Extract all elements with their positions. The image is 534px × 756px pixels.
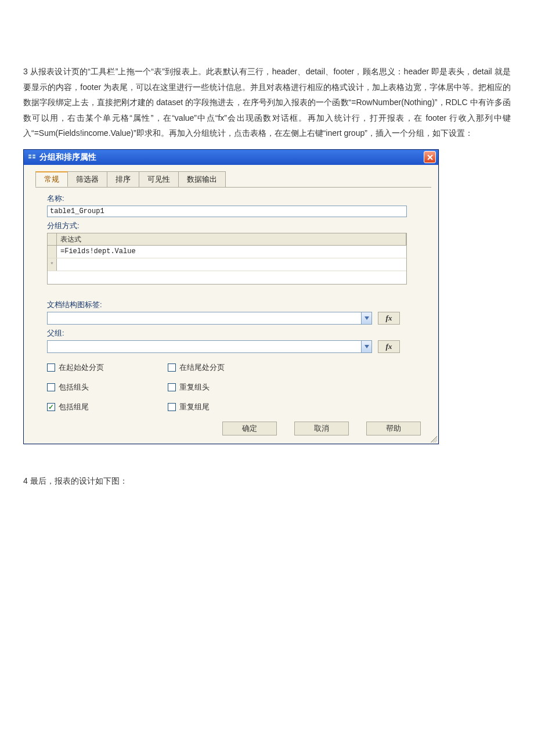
checkbox-icon xyxy=(47,403,55,411)
checkbox-icon xyxy=(168,403,176,411)
expression-cell-empty[interactable] xyxy=(57,258,406,271)
ok-button[interactable]: 确定 xyxy=(222,422,277,435)
dialog-title: 分组和排序属性 xyxy=(39,152,96,163)
dialog-icon xyxy=(27,153,37,162)
tabs: 常规 筛选器 排序 可见性 数据输出 xyxy=(35,171,431,187)
dialog-body: 常规 筛选器 排序 可见性 数据输出 名称: 分组方式: 表达式 =Fields… xyxy=(24,165,438,444)
cancel-button[interactable]: 取消 xyxy=(294,422,349,435)
checkbox-label: 重复组尾 xyxy=(179,402,210,412)
row-handle xyxy=(48,246,57,258)
expression-grid[interactable]: 表达式 =Fields!dept.Value * xyxy=(47,233,407,285)
tab-sorting[interactable]: 排序 xyxy=(107,171,139,187)
checkbox-include-footer[interactable]: 包括组尾 xyxy=(47,402,104,412)
checkbox-include-header[interactable]: 包括组头 xyxy=(47,382,104,393)
tab-data-output[interactable]: 数据输出 xyxy=(178,171,226,187)
close-button[interactable] xyxy=(424,151,436,163)
checkbox-repeat-footer[interactable]: 重复组尾 xyxy=(168,402,225,412)
groupby-label: 分组方式: xyxy=(47,221,420,231)
button-row: 确定 取消 帮助 xyxy=(35,412,431,439)
docmap-combo[interactable] xyxy=(47,312,372,325)
checkbox-icon xyxy=(47,383,55,391)
resize-grip-icon[interactable] xyxy=(429,434,437,442)
paragraph-3: 3 从报表设计页的“工具栏”上拖一个“表”到报表上。此表默认有三行，header… xyxy=(23,23,511,149)
checkbox-label: 在结尾处分页 xyxy=(179,362,225,373)
close-icon xyxy=(427,154,433,160)
svg-rect-3 xyxy=(33,157,35,159)
new-row-marker: * xyxy=(48,258,57,271)
tab-visibility[interactable]: 可见性 xyxy=(139,171,179,187)
row-handle-header xyxy=(48,233,57,245)
svg-rect-2 xyxy=(33,154,35,156)
form-area: 名称: 分组方式: 表达式 =Fields!dept.Value * 文档结构 xyxy=(35,193,431,412)
expression-cell[interactable]: =Fields!dept.Value xyxy=(57,246,406,258)
checkbox-repeat-header[interactable]: 重复组头 xyxy=(168,382,225,393)
checkbox-label: 在起始处分页 xyxy=(59,362,104,373)
paragraph-4: 4 最后，报表的设计如下图： xyxy=(23,473,511,489)
docmap-fx-button[interactable]: fx xyxy=(378,312,400,325)
docmap-label: 文档结构图标签: xyxy=(47,300,420,310)
checkbox-page-break-end[interactable]: 在结尾处分页 xyxy=(168,362,225,373)
name-input[interactable] xyxy=(47,206,407,217)
chevron-down-icon[interactable] xyxy=(361,341,371,352)
svg-marker-6 xyxy=(365,316,369,320)
checkbox-label: 包括组头 xyxy=(59,382,89,393)
checkbox-page-break-start[interactable]: 在起始处分页 xyxy=(47,362,104,373)
grid-row[interactable]: =Fields!dept.Value xyxy=(48,246,406,258)
tab-filters[interactable]: 筛选器 xyxy=(67,171,107,187)
svg-marker-7 xyxy=(365,345,369,348)
checkbox-label: 重复组头 xyxy=(179,382,210,393)
grid-row-new[interactable]: * xyxy=(48,258,406,271)
expression-column-header: 表达式 xyxy=(57,233,406,245)
checkbox-icon xyxy=(168,383,176,391)
grid-empty-space xyxy=(48,271,406,284)
svg-rect-1 xyxy=(28,157,31,159)
name-label: 名称: xyxy=(47,193,420,204)
titlebar: 分组和排序属性 xyxy=(24,150,438,165)
checkbox-label: 包括组尾 xyxy=(59,402,89,412)
parentgroup-label: 父组: xyxy=(47,328,420,339)
checkbox-icon xyxy=(168,363,176,372)
chevron-down-icon[interactable] xyxy=(361,312,371,324)
help-button[interactable]: 帮助 xyxy=(366,422,421,435)
svg-rect-0 xyxy=(28,154,31,156)
group-sort-properties-dialog: 分组和排序属性 常规 筛选器 排序 可见性 数据输出 名称: 分组方式: xyxy=(23,149,439,444)
parentgroup-fx-button[interactable]: fx xyxy=(378,340,400,353)
tab-general[interactable]: 常规 xyxy=(35,171,68,187)
checkbox-icon xyxy=(47,363,55,372)
parentgroup-combo[interactable] xyxy=(47,340,372,353)
